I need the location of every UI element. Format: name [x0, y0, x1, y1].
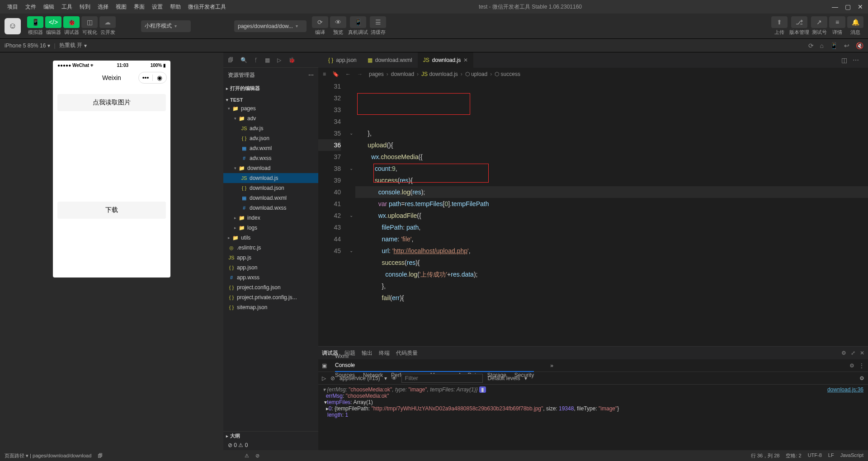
more-icon[interactable]: ⋯	[853, 56, 859, 64]
source-link[interactable]: download.js:36	[827, 386, 863, 393]
maximize-icon[interactable]: ▢	[844, 3, 852, 10]
编译-button[interactable]: ⟳	[312, 16, 328, 28]
menu-文件[interactable]: 文件	[22, 3, 40, 11]
capsule-close-icon[interactable]: ◉	[153, 74, 166, 81]
close-icon[interactable]: ✕	[856, 3, 864, 10]
code-line-42[interactable]: success(res){	[355, 257, 868, 268]
warn-icon[interactable]: ⚠	[245, 453, 249, 459]
download-button[interactable]: 下载	[57, 202, 166, 219]
bookmark-icon[interactable]: 🔖	[332, 71, 339, 77]
bug-icon[interactable]: 🐞	[288, 57, 295, 63]
breadcrumb-seg[interactable]: ⬡ upload	[465, 71, 487, 77]
tree-adv[interactable]: 📁adv	[223, 113, 318, 123]
page-path[interactable]: 页面路径 ▾ | pages/download/download	[5, 452, 91, 459]
open-editors-section[interactable]: 打开的编辑器	[223, 84, 318, 93]
menu-转到[interactable]: 转到	[76, 3, 94, 11]
code-line-39[interactable]: filePath: path,	[355, 221, 868, 233]
eye-icon[interactable]: 👁	[392, 375, 397, 381]
branch-icon[interactable]: ᚶ	[255, 57, 258, 63]
tree-download.js[interactable]: JSdownload.js	[223, 173, 318, 183]
console-clear-icon[interactable]: ⊘	[330, 375, 335, 381]
avatar[interactable]: ☺	[5, 18, 21, 34]
tree-download.wxml[interactable]: ▦download.wxml	[223, 193, 318, 203]
menu-帮助[interactable]: 帮助	[166, 3, 184, 11]
panel-close-icon[interactable]: ✕	[860, 350, 864, 356]
read-image-button[interactable]: 点我读取图片	[57, 94, 166, 111]
tree-app.wxss[interactable]: #app.wxss	[223, 273, 318, 282]
menu-设置[interactable]: 设置	[148, 3, 166, 11]
context-selector[interactable]: appservice (#15)	[340, 375, 380, 381]
device-selector[interactable]: iPhone 5 85% 16	[5, 42, 46, 49]
cursor-pos[interactable]: 行 36，列 28	[751, 452, 780, 459]
breadcrumb[interactable]: pages›download›JS download.js›⬡ upload›⬡…	[369, 69, 520, 80]
panel2-Wxml[interactable]: Wxml	[335, 353, 349, 359]
code-line-43[interactable]: console.log('上传成功'+res.data);	[355, 268, 868, 280]
filter-input[interactable]	[401, 374, 483, 383]
files-icon[interactable]: 🗐	[228, 57, 233, 63]
tree-logs[interactable]: 📁logs	[223, 223, 318, 233]
tree-adv.json[interactable]: { }adv.json	[223, 133, 318, 143]
code-line-40[interactable]: name: 'file',	[355, 233, 868, 245]
refresh-icon[interactable]: ⟳	[808, 42, 814, 49]
phone-icon[interactable]: 📱	[830, 42, 838, 49]
tree-download[interactable]: 📁download	[223, 163, 318, 173]
code-line-34[interactable]: count:9,	[355, 163, 868, 174]
mute-icon[interactable]: 🔇	[856, 42, 863, 49]
devtools-more-icon[interactable]: ⋮	[859, 362, 864, 369]
code-line-35[interactable]: success(res){	[355, 174, 868, 186]
search-icon[interactable]: 🔍	[241, 57, 247, 63]
ext-icon[interactable]: ▦	[265, 57, 270, 63]
page-dropdown[interactable]: pages/download/dow...	[234, 20, 307, 32]
tab-download.wxml[interactable]: ▦download.wxml	[362, 52, 418, 68]
code-line-33[interactable]: wx.chooseMedia({	[355, 151, 868, 163]
code-line-37[interactable]: var path=res.tempFiles[0].tempFilePath	[355, 198, 868, 210]
tree-adv.js[interactable]: JSadv.js	[223, 123, 318, 133]
outline-section[interactable]: 大纲	[223, 432, 318, 440]
back-icon[interactable]: ↩	[844, 42, 849, 49]
panel-expand-icon[interactable]: ⤢	[851, 350, 855, 356]
menu-项目[interactable]: 项目	[4, 3, 22, 11]
tree-download.json[interactable]: { }download.json	[223, 183, 318, 193]
消息-button[interactable]: 🔔	[847, 16, 863, 28]
tree-.eslintrc.js[interactable]: ◎.eslintrc.js	[223, 243, 318, 253]
phone-capsule[interactable]: ••• ◉	[138, 72, 167, 84]
project-section[interactable]: TEST	[223, 96, 318, 103]
tree-adv.wxml[interactable]: ▦adv.wxml	[223, 143, 318, 153]
tree-utils[interactable]: 📁utils	[223, 233, 318, 243]
tree-project.private.config.js...[interactable]: { }project.private.config.js...	[223, 292, 318, 302]
tree-project.config.json[interactable]: { }project.config.json	[223, 282, 318, 292]
menu-微信开发者工具[interactable]: 微信开发者工具	[184, 3, 230, 11]
nav-back-icon[interactable]: ←	[345, 71, 351, 77]
版本管理-button[interactable]: ⎇	[791, 16, 807, 28]
inspect-icon[interactable]: ▣	[322, 362, 327, 369]
home-icon[interactable]: ⌂	[820, 42, 824, 49]
tree-pages[interactable]: 📁pages	[223, 103, 318, 113]
tree-adv.wxss[interactable]: #adv.wxss	[223, 153, 318, 163]
详情-button[interactable]: ≡	[829, 16, 845, 28]
code-line-38[interactable]: wx.uploadFile({	[355, 210, 868, 221]
tab-download.js[interactable]: JSdownload.js✕	[418, 52, 473, 68]
code-line-44[interactable]: },	[355, 280, 868, 292]
清缓存-button[interactable]: ☰	[370, 16, 386, 28]
menu-工具[interactable]: 工具	[58, 3, 76, 11]
list-icon[interactable]: ≡	[323, 71, 326, 77]
code-line-36[interactable]: console.log(res);	[355, 186, 868, 198]
devtools-settings-icon[interactable]: ⚙	[849, 362, 854, 369]
minimize-icon[interactable]: —	[831, 3, 839, 10]
上传-button[interactable]: ⬆	[771, 16, 788, 28]
nav-fwd-icon[interactable]: →	[357, 71, 363, 77]
encoding[interactable]: UTF-8	[808, 452, 822, 459]
code-line-32[interactable]: upload(){	[355, 139, 868, 151]
编辑器-button[interactable]: </>	[45, 16, 61, 28]
breadcrumb-seg[interactable]: ⬡ success	[495, 71, 520, 77]
eol[interactable]: LF	[828, 452, 834, 459]
tab-app.json[interactable]: { }app.json	[323, 52, 362, 68]
预览-button[interactable]: 👁	[330, 16, 346, 28]
breadcrumb-seg[interactable]: download	[391, 71, 414, 77]
panel2-Console[interactable]: Console	[335, 359, 534, 372]
menu-编辑[interactable]: 编辑	[40, 3, 58, 11]
模拟器-button[interactable]: 📱	[27, 16, 43, 28]
indent[interactable]: 空格: 2	[786, 452, 801, 459]
测试号-button[interactable]: ↗	[811, 16, 827, 28]
code-line-31[interactable]: },	[355, 127, 868, 139]
